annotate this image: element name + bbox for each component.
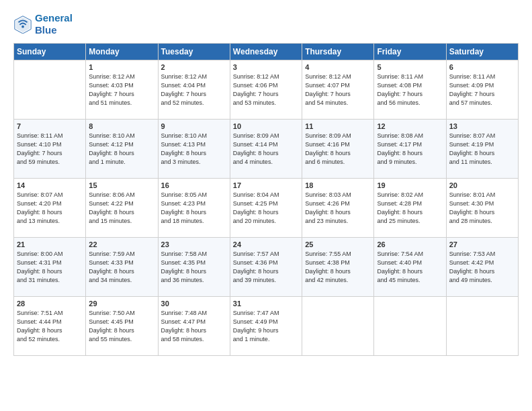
day-number: 31 [233, 300, 299, 308]
day-info: Sunrise: 8:12 AM Sunset: 4:04 PM Dayligh… [161, 73, 227, 107]
day-number: 23 [161, 240, 227, 248]
day-info: Sunrise: 8:04 AM Sunset: 4:25 PM Dayligh… [233, 191, 299, 226]
svg-marker-0 [16, 17, 30, 32]
day-info: Sunrise: 7:47 AM Sunset: 4:49 PM Dayligh… [233, 309, 299, 344]
calendar-cell: 13Sunrise: 8:07 AM Sunset: 4:19 PM Dayli… [446, 120, 518, 179]
calendar-cell: 15Sunrise: 8:06 AM Sunset: 4:22 PM Dayli… [86, 179, 158, 238]
calendar-header-row: SundayMondayTuesdayWednesdayThursdayFrid… [14, 44, 519, 60]
calendar-cell: 3Sunrise: 8:12 AM Sunset: 4:06 PM Daylig… [230, 60, 302, 120]
calendar-cell: 14Sunrise: 8:07 AM Sunset: 4:20 PM Dayli… [14, 179, 86, 238]
day-number: 14 [17, 181, 83, 189]
calendar-cell: 16Sunrise: 8:05 AM Sunset: 4:23 PM Dayli… [158, 179, 230, 238]
day-number: 11 [305, 122, 371, 130]
day-number: 10 [233, 122, 299, 130]
day-number: 27 [449, 240, 515, 248]
day-number: 24 [233, 240, 299, 248]
day-info: Sunrise: 8:11 AM Sunset: 4:10 PM Dayligh… [17, 132, 83, 167]
day-number: 8 [89, 122, 154, 130]
day-number: 13 [449, 122, 515, 130]
logo-general: General [35, 12, 73, 24]
day-info: Sunrise: 7:51 AM Sunset: 4:44 PM Dayligh… [17, 309, 83, 344]
calendar-cell: 21Sunrise: 8:00 AM Sunset: 4:31 PM Dayli… [14, 238, 86, 297]
svg-point-2 [21, 26, 24, 28]
day-info: Sunrise: 8:02 AM Sunset: 4:28 PM Dayligh… [377, 191, 443, 226]
day-info: Sunrise: 8:05 AM Sunset: 4:23 PM Dayligh… [161, 191, 227, 226]
day-number: 19 [377, 181, 443, 189]
calendar-header-wednesday: Wednesday [230, 44, 302, 60]
day-number: 22 [89, 240, 154, 248]
calendar-cell: 8Sunrise: 8:10 AM Sunset: 4:12 PM Daylig… [86, 120, 158, 179]
calendar-week-1: 1Sunrise: 8:12 AM Sunset: 4:03 PM Daylig… [14, 60, 519, 120]
calendar-cell: 6Sunrise: 8:11 AM Sunset: 4:09 PM Daylig… [446, 60, 518, 120]
day-info: Sunrise: 7:48 AM Sunset: 4:47 PM Dayligh… [161, 309, 227, 344]
day-info: Sunrise: 8:06 AM Sunset: 4:22 PM Dayligh… [89, 191, 154, 226]
calendar-cell: 28Sunrise: 7:51 AM Sunset: 4:44 PM Dayli… [14, 297, 86, 356]
day-number: 16 [161, 181, 227, 189]
logo: General Blue [13, 12, 73, 36]
day-info: Sunrise: 8:12 AM Sunset: 4:07 PM Dayligh… [305, 73, 371, 107]
calendar-cell: 30Sunrise: 7:48 AM Sunset: 4:47 PM Dayli… [158, 297, 230, 356]
calendar-header-monday: Monday [86, 44, 158, 60]
day-number: 25 [305, 240, 371, 248]
day-number: 26 [377, 240, 443, 248]
calendar-cell: 12Sunrise: 8:08 AM Sunset: 4:17 PM Dayli… [374, 120, 446, 179]
day-number: 28 [17, 300, 83, 308]
calendar-week-3: 14Sunrise: 8:07 AM Sunset: 4:20 PM Dayli… [14, 179, 519, 238]
day-info: Sunrise: 8:09 AM Sunset: 4:16 PM Dayligh… [305, 132, 371, 167]
day-info: Sunrise: 8:10 AM Sunset: 4:12 PM Dayligh… [89, 132, 154, 167]
day-info: Sunrise: 8:12 AM Sunset: 4:06 PM Dayligh… [233, 73, 299, 107]
day-number: 9 [161, 122, 227, 130]
day-number: 7 [17, 122, 83, 130]
calendar-cell: 11Sunrise: 8:09 AM Sunset: 4:16 PM Dayli… [302, 120, 374, 179]
calendar: SundayMondayTuesdayWednesdayThursdayFrid… [13, 43, 519, 356]
calendar-cell: 19Sunrise: 8:02 AM Sunset: 4:28 PM Dayli… [374, 179, 446, 238]
calendar-header-sunday: Sunday [14, 44, 86, 60]
calendar-week-2: 7Sunrise: 8:11 AM Sunset: 4:10 PM Daylig… [14, 120, 519, 179]
calendar-cell: 18Sunrise: 8:03 AM Sunset: 4:26 PM Dayli… [302, 179, 374, 238]
calendar-cell: 4Sunrise: 8:12 AM Sunset: 4:07 PM Daylig… [302, 60, 374, 120]
day-info: Sunrise: 8:08 AM Sunset: 4:17 PM Dayligh… [377, 132, 443, 167]
day-number: 2 [161, 63, 227, 71]
calendar-cell: 24Sunrise: 7:57 AM Sunset: 4:36 PM Dayli… [230, 238, 302, 297]
calendar-week-4: 21Sunrise: 8:00 AM Sunset: 4:31 PM Dayli… [14, 238, 519, 297]
calendar-cell: 2Sunrise: 8:12 AM Sunset: 4:04 PM Daylig… [158, 60, 230, 120]
calendar-cell: 20Sunrise: 8:01 AM Sunset: 4:30 PM Dayli… [446, 179, 518, 238]
day-info: Sunrise: 8:12 AM Sunset: 4:03 PM Dayligh… [89, 73, 154, 107]
day-info: Sunrise: 7:57 AM Sunset: 4:36 PM Dayligh… [233, 250, 299, 285]
day-info: Sunrise: 7:55 AM Sunset: 4:38 PM Dayligh… [305, 250, 371, 285]
page: General Blue SundayMondayTuesdayWednesda… [0, 0, 532, 411]
calendar-cell: 29Sunrise: 7:50 AM Sunset: 4:45 PM Dayli… [86, 297, 158, 356]
calendar-cell: 7Sunrise: 8:11 AM Sunset: 4:10 PM Daylig… [14, 120, 86, 179]
day-info: Sunrise: 8:00 AM Sunset: 4:31 PM Dayligh… [17, 250, 83, 285]
calendar-cell: 22Sunrise: 7:59 AM Sunset: 4:33 PM Dayli… [86, 238, 158, 297]
calendar-header-thursday: Thursday [302, 44, 374, 60]
calendar-cell [446, 297, 518, 356]
calendar-week-5: 28Sunrise: 7:51 AM Sunset: 4:44 PM Dayli… [14, 297, 519, 356]
calendar-cell: 17Sunrise: 8:04 AM Sunset: 4:25 PM Dayli… [230, 179, 302, 238]
day-info: Sunrise: 8:01 AM Sunset: 4:30 PM Dayligh… [449, 191, 515, 226]
logo-blue: Blue [35, 24, 73, 36]
day-info: Sunrise: 8:11 AM Sunset: 4:08 PM Dayligh… [377, 73, 443, 107]
day-number: 29 [89, 300, 154, 308]
calendar-cell [14, 60, 86, 120]
day-number: 4 [305, 63, 371, 71]
calendar-cell: 25Sunrise: 7:55 AM Sunset: 4:38 PM Dayli… [302, 238, 374, 297]
day-number: 3 [233, 63, 299, 71]
calendar-cell: 5Sunrise: 8:11 AM Sunset: 4:08 PM Daylig… [374, 60, 446, 120]
day-number: 21 [17, 240, 83, 248]
day-number: 15 [89, 181, 154, 189]
calendar-cell: 31Sunrise: 7:47 AM Sunset: 4:49 PM Dayli… [230, 297, 302, 356]
calendar-cell [302, 297, 374, 356]
day-info: Sunrise: 8:09 AM Sunset: 4:14 PM Dayligh… [233, 132, 299, 167]
day-info: Sunrise: 8:07 AM Sunset: 4:19 PM Dayligh… [449, 132, 515, 167]
day-number: 1 [89, 63, 154, 71]
calendar-cell: 27Sunrise: 7:53 AM Sunset: 4:42 PM Dayli… [446, 238, 518, 297]
logo-icon [13, 15, 32, 34]
day-info: Sunrise: 8:11 AM Sunset: 4:09 PM Dayligh… [449, 73, 515, 107]
header: General Blue [13, 12, 519, 36]
day-number: 6 [449, 63, 515, 71]
day-info: Sunrise: 8:07 AM Sunset: 4:20 PM Dayligh… [17, 191, 83, 226]
calendar-cell: 1Sunrise: 8:12 AM Sunset: 4:03 PM Daylig… [86, 60, 158, 120]
day-info: Sunrise: 7:50 AM Sunset: 4:45 PM Dayligh… [89, 309, 154, 344]
calendar-cell: 23Sunrise: 7:58 AM Sunset: 4:35 PM Dayli… [158, 238, 230, 297]
